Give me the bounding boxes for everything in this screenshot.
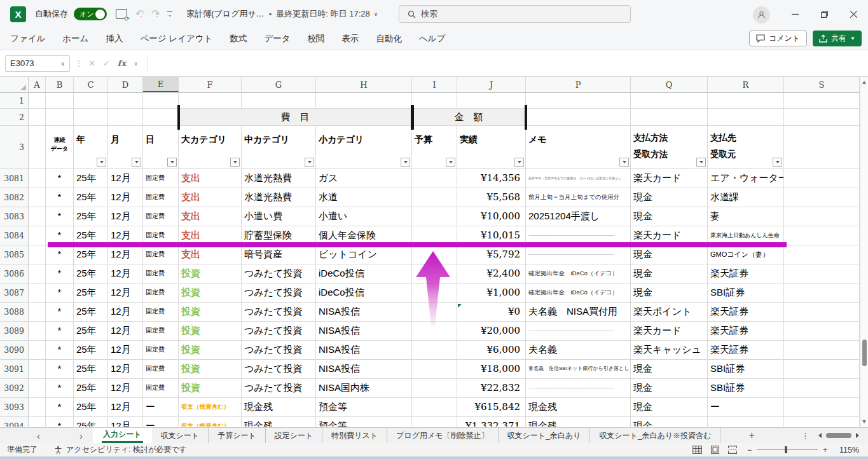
zoom-out-icon[interactable]: − (747, 446, 752, 455)
select-all-corner[interactable] (0, 77, 29, 92)
cell-budget[interactable] (412, 169, 457, 188)
cell-minor-category[interactable]: 預金等 (316, 398, 412, 416)
cell-series-flag[interactable]: * (46, 417, 74, 427)
cell-payee[interactable] (708, 417, 784, 427)
cell-minor-category[interactable]: NISA投信 (316, 303, 412, 321)
cell-budget[interactable] (412, 379, 457, 397)
cell-mid-category[interactable]: 小遣い費 (242, 207, 316, 226)
cell-memo[interactable]: ―――――――――――――――――――――――――――――― (526, 245, 631, 264)
cell-empty[interactable] (784, 360, 860, 378)
filter-dropdown-icon[interactable] (696, 158, 706, 167)
cell-actual[interactable]: ¥22,832 (457, 379, 526, 397)
cell-a[interactable] (29, 341, 46, 359)
sheet-tab-0[interactable]: 入力シート (93, 428, 152, 443)
cell-day[interactable]: 固定費 (143, 207, 179, 226)
header-payee[interactable]: 支払先受取元 (708, 126, 784, 168)
header-month[interactable]: 月 (108, 126, 143, 168)
filter-dropdown-icon[interactable] (97, 158, 106, 167)
filter-dropdown-icon[interactable] (514, 158, 524, 167)
cell-month[interactable]: 12月 (108, 398, 143, 416)
cell-payee[interactable]: 水道課 (708, 188, 784, 207)
cell-empty[interactable] (708, 93, 784, 108)
cell-minor-category[interactable]: iDeCo投信 (316, 264, 412, 283)
accessibility-status[interactable]: アクセシビリティ: 検討が必要です (54, 444, 187, 455)
cell-minor-category[interactable]: ガス (316, 169, 412, 188)
scrollbar-thumb[interactable] (862, 339, 867, 366)
scroll-down-icon[interactable] (862, 420, 866, 423)
cell-budget[interactable] (412, 341, 457, 359)
cell-series-flag[interactable]: * (46, 341, 74, 359)
cell-payee[interactable]: GMOコイン（妻） (708, 245, 784, 264)
filter-dropdown-icon[interactable] (305, 158, 314, 167)
cell-major-category[interactable]: 投資 (179, 379, 242, 397)
prev-sheet-icon[interactable]: ‹ (37, 430, 40, 441)
column-header-D[interactable]: D (108, 77, 143, 92)
cell-payment-method[interactable]: 楽天カード (631, 169, 708, 188)
last-saved-time[interactable]: 最終更新日時: 昨日 17:28 (276, 8, 369, 20)
ribbon-tab-5[interactable]: データ (264, 33, 290, 45)
cell-day[interactable]: 固定費 (143, 341, 179, 359)
cell-memo[interactable]: ―――――――――――――――――――――――――――――― (526, 379, 631, 397)
ribbon-tab-2[interactable]: 挿入 (106, 33, 123, 45)
column-header-Q[interactable]: Q (631, 77, 708, 92)
cell-budget[interactable] (412, 322, 457, 340)
new-sheet-button[interactable]: + (738, 428, 764, 443)
cell-year[interactable]: 25年 (74, 207, 108, 226)
cell-year[interactable]: 25年 (74, 360, 108, 378)
h-scrollbar-thumb[interactable] (826, 433, 851, 438)
sheet-tab-6[interactable]: 収支シート_余白あり (499, 428, 591, 443)
filter-dropdown-icon[interactable] (167, 158, 177, 167)
cell-payment-method[interactable]: 現金 (631, 245, 708, 264)
vertical-scrollbar[interactable] (860, 77, 868, 427)
cell-payment-method[interactable]: 現金 (631, 398, 708, 416)
title-chevron-icon[interactable]: ∨ (374, 11, 378, 17)
cell-empty[interactable] (708, 109, 784, 125)
cell-payee[interactable]: 楽天証券 (708, 264, 784, 283)
cell-year[interactable]: 25年 (74, 188, 108, 207)
column-header-R[interactable]: R (708, 77, 784, 92)
cell-empty[interactable] (29, 93, 46, 108)
cell-memo[interactable]: ―――――――――――――――――――――――――――――― (526, 322, 631, 340)
cell-series-flag[interactable]: * (46, 188, 74, 207)
cell-mid-category[interactable]: つみたて投資 (242, 284, 316, 302)
cell-major-category[interactable]: 収支（投資含む） (179, 398, 242, 416)
cell-mid-category[interactable]: 現金残 (242, 398, 316, 416)
ribbon-tab-0[interactable]: ファイル (10, 33, 45, 45)
cell-actual[interactable]: ¥615,842 (457, 398, 526, 416)
row-number[interactable]: 3094 (0, 417, 29, 427)
enter-icon[interactable]: ✓ (103, 58, 110, 68)
cell-payment-method[interactable]: 楽天キャッシュ (631, 341, 708, 359)
cell-empty[interactable] (74, 93, 108, 108)
cell-empty[interactable] (526, 93, 631, 108)
row-number[interactable]: 3081 (0, 169, 29, 188)
save-icon[interactable] (116, 9, 127, 19)
cell-major-category[interactable]: 支出 (179, 207, 242, 226)
cell-empty[interactable] (108, 109, 143, 125)
cell-empty[interactable] (108, 93, 143, 108)
cell-minor-category[interactable]: NISA投信 (316, 341, 412, 359)
column-header-G[interactable]: G (242, 77, 316, 92)
cell-a[interactable] (29, 188, 46, 207)
cell-actual[interactable]: ¥18,000 (457, 360, 526, 378)
cell-budget[interactable] (412, 360, 457, 378)
cell-memo[interactable]: 妻名義 住信SBIネット銀行から引き落とし (526, 360, 631, 378)
cell-empty[interactable] (29, 109, 46, 125)
cell-year[interactable]: 25年 (74, 379, 108, 397)
cell-series-flag[interactable]: * (46, 379, 74, 397)
zoom-slider[interactable] (757, 449, 818, 450)
sheet-tab-5[interactable]: ブログ用メモ〔削除禁止〕 (387, 428, 498, 443)
cell-budget[interactable] (412, 207, 457, 226)
cell-empty[interactable] (784, 188, 860, 207)
column-header-B[interactable]: B (46, 77, 74, 92)
ribbon-tab-8[interactable]: 自動化 (376, 33, 403, 45)
cell-empty[interactable] (29, 126, 46, 168)
cell-year[interactable]: 25年 (74, 398, 108, 416)
cell-mid-category[interactable]: つみたて投資 (242, 360, 316, 378)
cell-empty[interactable] (784, 126, 860, 168)
cell-empty[interactable] (784, 417, 860, 427)
cell-series-flag[interactable]: * (46, 207, 74, 226)
cell-mid-category[interactable]: つみたて投資 (242, 379, 316, 397)
cell-series-flag[interactable]: * (46, 169, 74, 188)
row-number[interactable]: 3084 (0, 226, 29, 245)
cell-empty[interactable] (74, 109, 108, 125)
